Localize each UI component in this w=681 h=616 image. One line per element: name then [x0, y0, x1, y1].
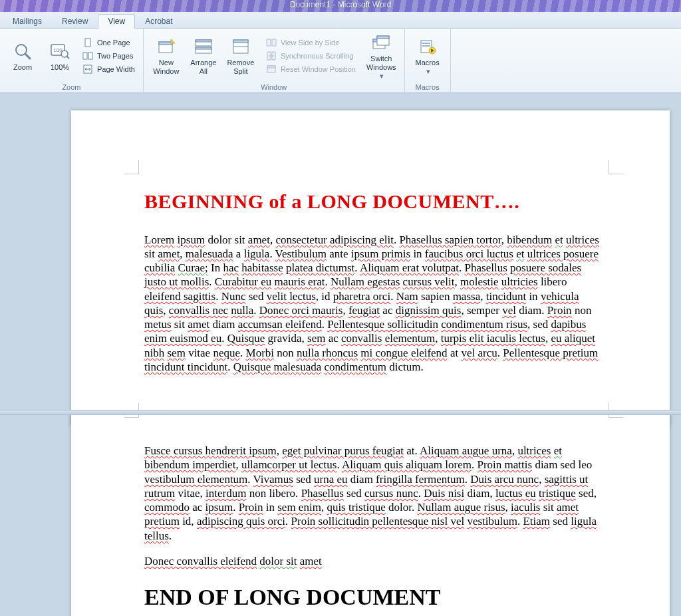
one-page-label: One Page: [97, 39, 130, 47]
zoom-label: Zoom: [13, 63, 32, 72]
chevron-down-icon: ▾: [426, 67, 430, 76]
zoom-icon: [12, 41, 33, 62]
zoom-button[interactable]: Zoom: [4, 39, 41, 73]
svg-rect-30: [377, 36, 389, 39]
remove-split-label: Remove Split: [227, 59, 254, 76]
arrange-all-button[interactable]: Arrange All: [185, 35, 222, 77]
svg-line-4: [67, 56, 69, 59]
document-page-bottom[interactable]: Fusce cursus hendrerit ipsum, eget pulvi…: [71, 414, 670, 616]
svg-rect-21: [267, 39, 271, 46]
macros-group-label: Macros: [409, 82, 446, 92]
ribbon-group-window: New Window Arrange All: [144, 29, 405, 92]
svg-rect-22: [272, 39, 276, 46]
tab-mailings[interactable]: Mailings: [3, 14, 52, 29]
svg-line-1: [25, 54, 30, 59]
reset-window-position-button[interactable]: Reset Window Position: [265, 63, 357, 75]
macros-button[interactable]: Macros ▾: [409, 35, 446, 77]
svg-rect-26: [267, 66, 275, 68]
synchronous-scrolling-button[interactable]: Synchronous Scrolling: [265, 50, 357, 62]
zoom-group-label: Zoom: [4, 82, 139, 92]
arrange-all-icon: [193, 36, 214, 57]
two-pages-label: Two Pages: [97, 52, 133, 60]
switch-windows-label: Switch Windows: [366, 55, 396, 72]
ribbon: Zoom 100 100% One P: [0, 29, 681, 93]
page-width-button[interactable]: Page Width: [81, 63, 136, 75]
svg-rect-19: [233, 40, 248, 43]
svg-rect-32: [422, 43, 430, 44]
page-width-icon: [82, 64, 93, 75]
view-side-by-side-label: View Side by Side: [281, 39, 339, 47]
one-page-button[interactable]: One Page: [81, 37, 136, 49]
view-side-by-side-button[interactable]: View Side by Side: [265, 37, 357, 49]
hundred-percent-label: 100%: [51, 63, 69, 72]
ribbon-tabs: Mailings Review View Acrobat: [0, 12, 681, 29]
svg-marker-13: [171, 39, 175, 43]
svg-rect-17: [196, 47, 211, 49]
tab-review[interactable]: Review: [52, 14, 98, 29]
svg-rect-8: [88, 53, 92, 59]
synchronous-scrolling-label: Synchronous Scrolling: [281, 52, 353, 60]
svg-text:100: 100: [53, 47, 63, 53]
reset-window-position-label: Reset Window Position: [281, 65, 356, 73]
macros-label: Macros: [416, 59, 440, 67]
hundred-percent-button[interactable]: 100 100%: [41, 39, 78, 73]
split-divider[interactable]: [0, 410, 681, 415]
new-window-button[interactable]: New Window: [148, 35, 185, 77]
svg-rect-6: [85, 39, 90, 47]
chevron-down-icon: ▾: [380, 72, 384, 80]
paragraph: Donec convallis eleifend dolor sit amet: [144, 554, 603, 568]
macros-icon: [417, 36, 438, 57]
title-bar: Document1 - Microsoft Word: [0, 0, 681, 12]
ribbon-group-macros: Macros ▾ Macros: [405, 29, 451, 92]
margin-guide: [609, 160, 623, 174]
document-area[interactable]: BEGINNING of a LONG DOCUMENT…. Lorem ips…: [0, 92, 681, 616]
window-title: Document1 - Microsoft Word: [290, 0, 392, 9]
paragraph: Lorem ipsum dolor sit amet, consectetur …: [144, 233, 603, 375]
svg-rect-15: [196, 40, 211, 42]
document-page-top[interactable]: BEGINNING of a LONG DOCUMENT…. Lorem ips…: [71, 110, 670, 426]
reset-window-position-icon: [266, 64, 277, 75]
svg-rect-33: [422, 45, 430, 47]
tab-view[interactable]: View: [98, 14, 135, 29]
page-width-label: Page Width: [97, 65, 135, 73]
hundred-percent-icon: 100: [49, 41, 70, 62]
window-group-label: Window: [148, 82, 400, 92]
heading-end: END OF LONG DOCUMENT: [144, 583, 603, 612]
one-page-icon: [82, 37, 93, 48]
switch-windows-icon: [370, 32, 392, 53]
synchronous-scrolling-icon: [266, 51, 277, 61]
view-side-by-side-icon: [266, 37, 277, 48]
remove-split-icon: [230, 36, 251, 57]
svg-rect-12: [159, 42, 172, 45]
new-window-label: New Window: [153, 59, 179, 76]
ribbon-group-zoom: Zoom 100 100% One P: [0, 29, 144, 92]
remove-split-button[interactable]: Remove Split: [222, 35, 259, 77]
switch-windows-button[interactable]: Switch Windows ▾: [362, 31, 400, 82]
two-pages-button[interactable]: Two Pages: [81, 50, 136, 62]
paragraph: Fusce cursus hendrerit ipsum, eget pulvi…: [144, 444, 603, 543]
margin-guide: [124, 160, 139, 174]
arrange-all-label: Arrange All: [190, 59, 216, 76]
heading-begin: BEGINNING of a LONG DOCUMENT….: [144, 189, 603, 214]
svg-rect-7: [83, 53, 87, 59]
new-window-icon: [156, 36, 177, 57]
tab-acrobat[interactable]: Acrobat: [135, 14, 182, 29]
two-pages-icon: [82, 51, 93, 61]
